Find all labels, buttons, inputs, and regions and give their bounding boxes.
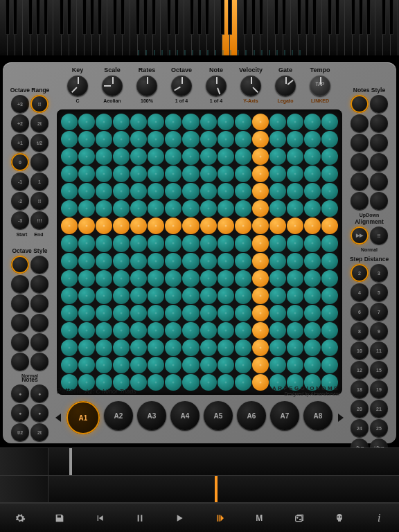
option-dot[interactable]: t/2 (30, 134, 48, 152)
grid-cell[interactable] (96, 253, 112, 269)
grid-cell[interactable] (235, 114, 251, 130)
grid-cell[interactable] (200, 183, 217, 200)
grid-cell[interactable] (269, 305, 286, 321)
grid-cell[interactable] (96, 148, 112, 165)
grid-cell[interactable] (269, 166, 286, 182)
grid-cell[interactable] (235, 183, 251, 200)
grid-cell[interactable] (218, 148, 234, 165)
grid-cell[interactable] (148, 339, 164, 356)
option-dot[interactable] (30, 256, 48, 274)
grid-cell[interactable] (96, 218, 112, 234)
grid-cell[interactable] (182, 166, 199, 182)
option-dot[interactable] (11, 333, 29, 351)
piano-white-key[interactable] (153, 0, 161, 55)
ribbon-2[interactable] (0, 475, 399, 503)
grid-cell[interactable] (304, 148, 321, 165)
grid-cell[interactable] (78, 166, 95, 182)
grid-cell[interactable] (113, 218, 130, 234)
grid-cell[interactable] (130, 131, 147, 148)
piano-white-key[interactable] (69, 0, 77, 55)
knob-dial[interactable] (136, 76, 157, 96)
knob-dial[interactable] (171, 76, 192, 96)
grid-cell[interactable] (269, 253, 286, 269)
save-icon[interactable] (50, 508, 69, 528)
option-dot[interactable] (351, 114, 369, 132)
piano-white-key[interactable] (207, 0, 215, 55)
ribbon-1[interactable] (0, 448, 399, 475)
grid-cell[interactable] (287, 322, 303, 339)
piano-white-key[interactable] (30, 0, 38, 55)
grid-cell[interactable] (235, 270, 251, 287)
grid-cell[interactable] (165, 166, 181, 182)
grid-cell[interactable] (165, 218, 181, 234)
grid-cell[interactable] (218, 270, 234, 287)
grid-cell[interactable] (200, 148, 217, 165)
option-dot[interactable] (30, 353, 48, 371)
piano-white-key[interactable] (200, 0, 207, 55)
grid-cell[interactable] (200, 218, 217, 234)
grid-cell[interactable] (113, 253, 130, 269)
piano-keyboard[interactable] (0, 0, 399, 55)
piano-white-key[interactable] (176, 0, 184, 55)
pause-icon[interactable] (130, 508, 150, 528)
grid-cell[interactable] (321, 218, 338, 234)
grid-cell[interactable] (218, 322, 234, 339)
grid-cell[interactable] (304, 253, 321, 269)
grid-cell[interactable] (235, 166, 251, 182)
grid-cell[interactable] (200, 131, 217, 148)
option-dot[interactable] (351, 153, 369, 171)
grid-cell[interactable] (96, 287, 112, 304)
grid-cell[interactable] (269, 183, 286, 200)
option-dot[interactable]: 20 (351, 400, 369, 418)
grid-cell[interactable] (78, 183, 95, 200)
option-dot[interactable]: 11 (370, 342, 388, 360)
grid-cell[interactable] (304, 322, 321, 339)
grid-cell[interactable] (269, 148, 286, 165)
grid-cell[interactable] (165, 114, 181, 130)
grid-cell[interactable] (148, 200, 164, 217)
grid-cell[interactable] (218, 305, 234, 321)
grid-cell[interactable] (78, 200, 95, 217)
grid-cell[interactable] (252, 218, 269, 234)
grid-cell[interactable] (321, 270, 338, 287)
grid-cell[interactable] (113, 322, 130, 339)
piano-white-key[interactable] (145, 0, 153, 55)
pattern-slot-a4[interactable]: A4 (170, 401, 200, 430)
piano-white-key[interactable] (161, 0, 168, 55)
piano-white-key[interactable] (330, 0, 337, 55)
option-dot[interactable] (370, 172, 388, 190)
grid-cell[interactable] (235, 305, 251, 321)
piano-white-key[interactable] (299, 0, 306, 55)
grid-cell[interactable] (252, 287, 269, 304)
grid-cell[interactable] (218, 131, 234, 148)
grid-cell[interactable] (200, 357, 217, 373)
grid-cell[interactable] (182, 270, 199, 287)
grid-cell[interactable] (78, 114, 95, 130)
grid-cell[interactable] (182, 253, 199, 269)
grid-cell[interactable] (165, 287, 181, 304)
grid-cell[interactable] (61, 287, 78, 304)
option-dot[interactable]: 24 (351, 419, 369, 437)
grid-cell[interactable] (218, 339, 234, 356)
grid-cell[interactable] (61, 235, 78, 251)
option-dot[interactable]: !! (30, 95, 48, 113)
grid-cell[interactable] (269, 131, 286, 148)
grid-cell[interactable] (113, 183, 130, 200)
grid-cell[interactable] (269, 339, 286, 356)
grid-cell[interactable] (165, 305, 181, 321)
grid-cell[interactable] (113, 287, 130, 304)
option-dot[interactable] (11, 353, 29, 371)
grid-cell[interactable] (148, 235, 164, 251)
settings-icon[interactable] (10, 508, 30, 528)
grid-cell[interactable] (130, 270, 147, 287)
grid-cell[interactable] (148, 357, 164, 373)
option-dot[interactable] (351, 172, 369, 190)
grid-cell[interactable] (96, 270, 112, 287)
ribbon-2-handle[interactable] (0, 476, 48, 503)
option-dot[interactable]: ▶▶ (351, 227, 369, 245)
grid-cell[interactable] (61, 148, 78, 165)
grid-cell[interactable] (113, 357, 130, 373)
info-icon[interactable]: i (369, 508, 389, 528)
grid-cell[interactable] (304, 235, 321, 251)
skip-back-icon[interactable] (90, 508, 109, 528)
